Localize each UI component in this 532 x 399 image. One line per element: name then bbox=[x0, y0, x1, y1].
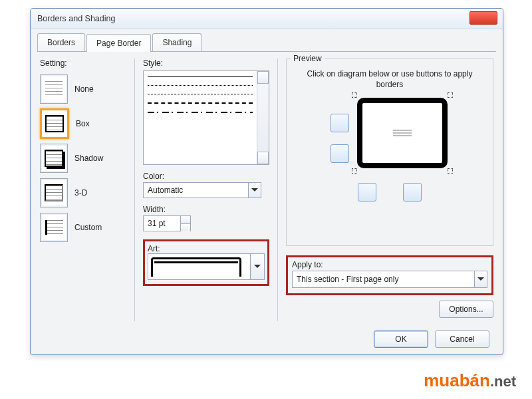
setting-custom-icon bbox=[40, 213, 68, 242]
setting-3d[interactable]: 3-D bbox=[40, 176, 126, 210]
brand-suffix: .net bbox=[490, 373, 516, 390]
width-spinner[interactable]: 31 pt bbox=[143, 215, 191, 231]
setting-shadow[interactable]: Shadow bbox=[40, 141, 126, 176]
art-preview-icon bbox=[151, 257, 241, 277]
scroll-down-icon[interactable] bbox=[257, 152, 269, 164]
color-dropdown[interactable]: Automatic bbox=[143, 182, 261, 198]
art-highlight: Art: bbox=[143, 239, 269, 286]
tab-borders-label: Borders bbox=[47, 38, 75, 47]
preview-top-border-button[interactable] bbox=[331, 114, 349, 132]
style-solid-icon[interactable] bbox=[148, 76, 253, 77]
apply-to-dropdown[interactable]: This section - First page only bbox=[292, 271, 487, 288]
style-dashed-wide-icon[interactable] bbox=[148, 102, 253, 104]
preview-left-border-button[interactable] bbox=[358, 183, 376, 201]
tab-page-border-label: Page Border bbox=[96, 39, 141, 48]
apply-to-label: Apply to: bbox=[292, 260, 487, 269]
setting-header: Setting: bbox=[40, 59, 126, 68]
setting-column: Setting: None Box Shadow 3-D bbox=[40, 59, 126, 321]
apply-to-value: This section - First page only bbox=[297, 275, 398, 284]
preview-hint: Click on diagram below or use buttons to… bbox=[300, 68, 479, 90]
close-icon[interactable] bbox=[469, 11, 497, 25]
options-button[interactable]: Options... bbox=[439, 301, 493, 318]
setting-3d-label: 3-D bbox=[74, 188, 87, 198]
preview-bottom-border-button[interactable] bbox=[331, 144, 349, 163]
setting-none-label: None bbox=[74, 84, 94, 94]
width-value: 31 pt bbox=[144, 219, 180, 228]
tab-page-border[interactable]: Page Border bbox=[86, 34, 151, 52]
preview-right-border-button[interactable] bbox=[403, 183, 422, 201]
style-dashed-icon[interactable] bbox=[148, 94, 253, 94]
tab-shading[interactable]: Shading bbox=[152, 33, 201, 51]
chevron-down-icon[interactable] bbox=[474, 271, 487, 287]
tabs: Borders Page Border Shading bbox=[31, 29, 503, 51]
chevron-down-icon[interactable] bbox=[248, 183, 261, 198]
style-dashdot-icon[interactable] bbox=[148, 112, 253, 113]
art-dropdown[interactable] bbox=[148, 253, 265, 280]
style-column: Style: Color: bbox=[143, 59, 269, 321]
borders-shading-dialog: Borders and Shading Borders Page Border … bbox=[30, 8, 503, 355]
apply-to-highlight: Apply to: This section - First page only bbox=[286, 255, 493, 295]
scroll-up-icon[interactable] bbox=[257, 71, 269, 84]
style-scrollbar[interactable] bbox=[257, 71, 269, 164]
ok-button-label: OK bbox=[395, 334, 406, 344]
cancel-button-label: Cancel bbox=[450, 334, 474, 344]
preview-column: Preview Click on diagram below or use bu… bbox=[286, 59, 493, 321]
brand-main: muabán bbox=[424, 370, 490, 390]
ok-button[interactable]: OK bbox=[374, 331, 428, 348]
spin-up-icon[interactable] bbox=[180, 216, 190, 224]
options-button-label: Options... bbox=[449, 305, 483, 314]
spin-down-icon[interactable] bbox=[180, 224, 190, 231]
setting-custom-label: Custom bbox=[74, 223, 102, 232]
preview-fieldset: Preview Click on diagram below or use bu… bbox=[286, 59, 493, 246]
setting-none[interactable]: None bbox=[40, 72, 126, 106]
color-value: Automatic bbox=[148, 186, 183, 195]
setting-box-icon bbox=[40, 108, 69, 139]
cancel-button[interactable]: Cancel bbox=[435, 331, 489, 348]
setting-shadow-icon bbox=[40, 144, 68, 173]
page-frame-icon bbox=[357, 98, 448, 168]
setting-custom[interactable]: Custom bbox=[40, 210, 126, 245]
setting-none-icon bbox=[40, 74, 68, 104]
preview-legend: Preview bbox=[291, 54, 325, 63]
setting-3d-icon bbox=[40, 178, 68, 207]
setting-shadow-label: Shadow bbox=[74, 154, 103, 163]
watermark: muabán.net bbox=[424, 370, 516, 391]
setting-box-label: Box bbox=[76, 119, 90, 128]
setting-box[interactable]: Box bbox=[40, 106, 126, 141]
style-dotted-icon[interactable] bbox=[148, 85, 253, 86]
art-label: Art: bbox=[148, 244, 265, 253]
titlebar[interactable]: Borders and Shading bbox=[31, 9, 503, 29]
color-label: Color: bbox=[143, 172, 269, 181]
style-list[interactable] bbox=[143, 70, 269, 165]
chevron-down-icon[interactable] bbox=[250, 254, 264, 279]
page-preview[interactable] bbox=[356, 96, 449, 170]
style-header: Style: bbox=[143, 59, 269, 68]
window-title: Borders and Shading bbox=[37, 14, 115, 23]
tab-shading-label: Shading bbox=[162, 38, 192, 47]
tab-borders[interactable]: Borders bbox=[37, 33, 85, 51]
width-label: Width: bbox=[143, 205, 269, 214]
